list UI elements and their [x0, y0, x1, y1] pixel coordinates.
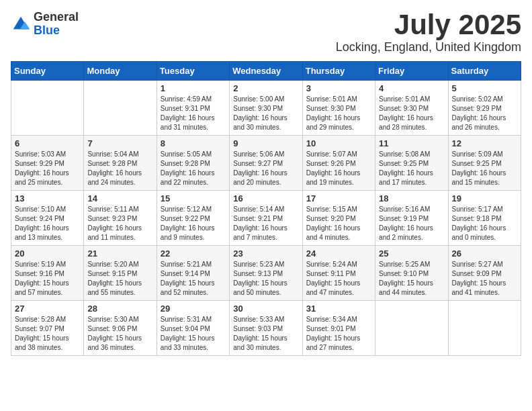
- title-area: July 2025 Locking, England, United Kingd…: [336, 11, 521, 54]
- day-info: Sunrise: 5:31 AM Sunset: 9:04 PM Dayligh…: [161, 315, 226, 353]
- day-info: Sunrise: 5:04 AM Sunset: 9:28 PM Dayligh…: [87, 150, 152, 187]
- day-number: 24: [306, 248, 371, 259]
- day-number: 28: [87, 304, 152, 314]
- day-number: 14: [87, 193, 152, 203]
- day-number: 15: [161, 193, 226, 203]
- weekday-header-wednesday: Wednesday: [230, 62, 302, 81]
- day-info: Sunrise: 5:00 AM Sunset: 9:30 PM Dayligh…: [233, 95, 298, 132]
- day-number: 4: [379, 83, 444, 93]
- day-info: Sunrise: 5:25 AM Sunset: 9:10 PM Dayligh…: [379, 260, 444, 298]
- day-info: Sunrise: 5:11 AM Sunset: 9:23 PM Dayligh…: [87, 205, 152, 242]
- weekday-header-monday: Monday: [84, 62, 157, 81]
- day-number: 13: [15, 193, 80, 203]
- weekday-header-thursday: Thursday: [302, 62, 375, 81]
- week-row-3: 13Sunrise: 5:10 AM Sunset: 9:24 PM Dayli…: [11, 191, 521, 246]
- day-info: Sunrise: 5:27 AM Sunset: 9:09 PM Dayligh…: [452, 260, 517, 298]
- weekday-header-row: SundayMondayTuesdayWednesdayThursdayFrid…: [11, 62, 521, 81]
- day-info: Sunrise: 5:17 AM Sunset: 9:18 PM Dayligh…: [452, 205, 517, 242]
- calendar-cell: 3Sunrise: 5:01 AM Sunset: 9:30 PM Daylig…: [302, 81, 375, 136]
- day-number: 21: [87, 248, 152, 259]
- calendar-cell: [375, 301, 448, 356]
- day-number: 17: [306, 193, 371, 203]
- day-number: 26: [452, 248, 517, 259]
- day-info: Sunrise: 5:01 AM Sunset: 9:30 PM Dayligh…: [379, 95, 444, 132]
- calendar-cell: 19Sunrise: 5:17 AM Sunset: 9:18 PM Dayli…: [448, 191, 521, 246]
- calendar-cell: 5Sunrise: 5:02 AM Sunset: 9:29 PM Daylig…: [448, 81, 521, 136]
- month-title: July 2025: [336, 11, 521, 39]
- calendar-cell: 10Sunrise: 5:07 AM Sunset: 9:26 PM Dayli…: [302, 136, 375, 191]
- calendar-cell: 4Sunrise: 5:01 AM Sunset: 9:30 PM Daylig…: [375, 81, 448, 136]
- day-number: 5: [452, 83, 517, 93]
- calendar-cell: 6Sunrise: 5:03 AM Sunset: 9:29 PM Daylig…: [11, 136, 84, 191]
- day-info: Sunrise: 5:12 AM Sunset: 9:22 PM Dayligh…: [161, 205, 226, 242]
- calendar-cell: 25Sunrise: 5:25 AM Sunset: 9:10 PM Dayli…: [375, 246, 448, 301]
- day-info: Sunrise: 5:24 AM Sunset: 9:11 PM Dayligh…: [306, 260, 371, 298]
- day-info: Sunrise: 5:19 AM Sunset: 9:16 PM Dayligh…: [15, 260, 80, 298]
- calendar-cell: 13Sunrise: 5:10 AM Sunset: 9:24 PM Dayli…: [11, 191, 84, 246]
- weekday-header-friday: Friday: [375, 62, 448, 81]
- calendar-cell: 27Sunrise: 5:28 AM Sunset: 9:07 PM Dayli…: [11, 301, 84, 356]
- day-number: 16: [233, 193, 298, 203]
- calendar-cell: [84, 81, 157, 136]
- logo: General Blue: [11, 11, 79, 38]
- calendar-cell: 31Sunrise: 5:34 AM Sunset: 9:01 PM Dayli…: [302, 301, 375, 356]
- week-row-4: 20Sunrise: 5:19 AM Sunset: 9:16 PM Dayli…: [11, 246, 521, 301]
- week-row-2: 6Sunrise: 5:03 AM Sunset: 9:29 PM Daylig…: [11, 136, 521, 191]
- day-info: Sunrise: 5:33 AM Sunset: 9:03 PM Dayligh…: [233, 315, 298, 353]
- day-info: Sunrise: 5:15 AM Sunset: 9:20 PM Dayligh…: [306, 205, 371, 242]
- calendar-cell: 14Sunrise: 5:11 AM Sunset: 9:23 PM Dayli…: [84, 191, 157, 246]
- calendar-cell: 30Sunrise: 5:33 AM Sunset: 9:03 PM Dayli…: [230, 301, 302, 356]
- day-number: 11: [379, 138, 444, 148]
- day-number: 20: [15, 248, 80, 259]
- weekday-header-sunday: Sunday: [11, 62, 84, 81]
- day-number: 9: [233, 138, 298, 148]
- day-info: Sunrise: 5:28 AM Sunset: 9:07 PM Dayligh…: [15, 315, 80, 353]
- day-info: Sunrise: 5:05 AM Sunset: 9:28 PM Dayligh…: [161, 150, 226, 187]
- calendar-cell: [11, 81, 84, 136]
- day-number: 27: [15, 304, 80, 314]
- calendar-cell: [448, 301, 521, 356]
- logo-general-text: General: [34, 11, 79, 24]
- day-info: Sunrise: 5:23 AM Sunset: 9:13 PM Dayligh…: [233, 260, 298, 298]
- day-number: 3: [306, 83, 371, 93]
- day-info: Sunrise: 5:30 AM Sunset: 9:06 PM Dayligh…: [87, 315, 152, 353]
- day-number: 6: [15, 138, 80, 148]
- day-info: Sunrise: 5:34 AM Sunset: 9:01 PM Dayligh…: [306, 315, 371, 353]
- calendar-cell: 22Sunrise: 5:21 AM Sunset: 9:14 PM Dayli…: [157, 246, 229, 301]
- day-info: Sunrise: 5:14 AM Sunset: 9:21 PM Dayligh…: [233, 205, 298, 242]
- day-number: 8: [161, 138, 226, 148]
- calendar-cell: 29Sunrise: 5:31 AM Sunset: 9:04 PM Dayli…: [157, 301, 229, 356]
- day-info: Sunrise: 5:02 AM Sunset: 9:29 PM Dayligh…: [452, 95, 517, 132]
- calendar-cell: 26Sunrise: 5:27 AM Sunset: 9:09 PM Dayli…: [448, 246, 521, 301]
- calendar-cell: 7Sunrise: 5:04 AM Sunset: 9:28 PM Daylig…: [84, 136, 157, 191]
- day-info: Sunrise: 5:01 AM Sunset: 9:30 PM Dayligh…: [306, 95, 371, 132]
- calendar-cell: 23Sunrise: 5:23 AM Sunset: 9:13 PM Dayli…: [230, 246, 302, 301]
- day-info: Sunrise: 5:03 AM Sunset: 9:29 PM Dayligh…: [15, 150, 80, 187]
- day-number: 7: [87, 138, 152, 148]
- day-info: Sunrise: 5:07 AM Sunset: 9:26 PM Dayligh…: [306, 150, 371, 187]
- day-number: 30: [233, 304, 298, 314]
- day-info: Sunrise: 5:20 AM Sunset: 9:15 PM Dayligh…: [87, 260, 152, 298]
- calendar-cell: 20Sunrise: 5:19 AM Sunset: 9:16 PM Dayli…: [11, 246, 84, 301]
- calendar-cell: 8Sunrise: 5:05 AM Sunset: 9:28 PM Daylig…: [157, 136, 229, 191]
- day-number: 25: [379, 248, 444, 259]
- calendar-cell: 18Sunrise: 5:16 AM Sunset: 9:19 PM Dayli…: [375, 191, 448, 246]
- day-number: 12: [452, 138, 517, 148]
- day-info: Sunrise: 5:16 AM Sunset: 9:19 PM Dayligh…: [379, 205, 444, 242]
- calendar-cell: 15Sunrise: 5:12 AM Sunset: 9:22 PM Dayli…: [157, 191, 229, 246]
- calendar-cell: 9Sunrise: 5:06 AM Sunset: 9:27 PM Daylig…: [230, 136, 302, 191]
- week-row-1: 1Sunrise: 4:59 AM Sunset: 9:31 PM Daylig…: [11, 81, 521, 136]
- day-info: Sunrise: 5:06 AM Sunset: 9:27 PM Dayligh…: [233, 150, 298, 187]
- calendar-cell: 17Sunrise: 5:15 AM Sunset: 9:20 PM Dayli…: [302, 191, 375, 246]
- day-info: Sunrise: 5:09 AM Sunset: 9:25 PM Dayligh…: [452, 150, 517, 187]
- day-info: Sunrise: 4:59 AM Sunset: 9:31 PM Dayligh…: [161, 95, 226, 132]
- day-number: 23: [233, 248, 298, 259]
- day-info: Sunrise: 5:08 AM Sunset: 9:25 PM Dayligh…: [379, 150, 444, 187]
- logo-icon: [11, 14, 31, 34]
- calendar-table: SundayMondayTuesdayWednesdayThursdayFrid…: [11, 61, 521, 356]
- weekday-header-tuesday: Tuesday: [157, 62, 229, 81]
- day-info: Sunrise: 5:10 AM Sunset: 9:24 PM Dayligh…: [15, 205, 80, 242]
- calendar-cell: 11Sunrise: 5:08 AM Sunset: 9:25 PM Dayli…: [375, 136, 448, 191]
- day-number: 29: [161, 304, 226, 314]
- page-header: General Blue July 2025 Locking, England,…: [11, 11, 521, 54]
